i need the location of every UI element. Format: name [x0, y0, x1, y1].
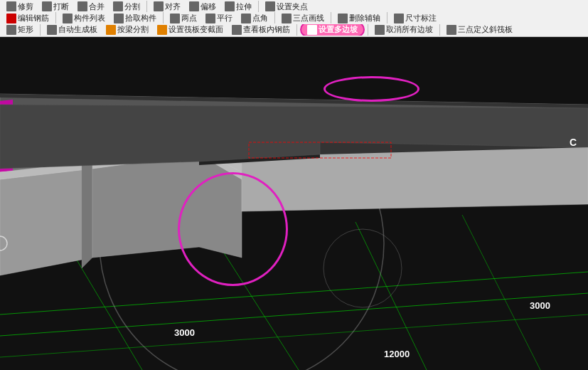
rect-icon	[6, 25, 16, 35]
separator-4	[163, 12, 164, 23]
pointangle-button[interactable]: 点角	[237, 12, 272, 23]
setslope-icon	[307, 25, 317, 35]
corner-label-c: C	[570, 137, 577, 148]
viewrebar-icon	[232, 25, 242, 35]
toolbar-row-2: 编辑钢筋 构件列表 拾取构件 两点 平行 点角 三点画线	[3, 12, 585, 23]
dim-label-3000-left: 3000	[174, 327, 195, 338]
merge-icon	[77, 1, 87, 11]
autoslab-button[interactable]: 自动生成板	[43, 24, 101, 36]
twopoint-button[interactable]: 两点	[166, 12, 201, 23]
separator-7	[387, 12, 387, 23]
splitbeam-icon	[106, 25, 116, 35]
setraft-icon	[157, 25, 167, 35]
delaux-icon	[338, 14, 348, 23]
setpoint-button[interactable]: 设置夹点	[262, 1, 311, 12]
offset-icon	[189, 1, 199, 11]
separator-1	[146, 1, 147, 12]
rect-button[interactable]: 矩形	[3, 24, 37, 36]
split-icon	[113, 1, 123, 11]
dimension-icon	[394, 14, 404, 23]
stretch-icon	[225, 1, 235, 11]
setpoint-icon	[265, 1, 275, 11]
separator-9	[296, 24, 297, 36]
toolbar-row-1: 修剪 打断 合并 分割 对齐 偏移 拉伸 设置夹点	[3, 1, 585, 12]
dim-label-3000-right: 3000	[530, 300, 550, 311]
3d-scene	[0, 37, 588, 370]
dim-label-12000: 12000	[384, 349, 410, 359]
editrebar-icon	[6, 14, 16, 23]
pickcomp-icon	[114, 14, 124, 23]
pointangle-icon	[241, 14, 251, 23]
viewrebar-button[interactable]: 查看板内钢筋	[228, 24, 294, 36]
editrebar-button[interactable]: 编辑钢筋	[3, 12, 53, 23]
twopoint-icon	[170, 14, 180, 23]
threept-button[interactable]: 三点画线	[278, 12, 328, 23]
threeraft-button[interactable]: 三点定义斜筏板	[443, 24, 516, 36]
delaux-button[interactable]: 删除辅轴	[334, 12, 384, 23]
trim-button[interactable]: 修剪	[3, 1, 37, 12]
align-button[interactable]: 对齐	[150, 1, 184, 12]
break-icon	[42, 1, 52, 11]
svg-marker-22	[82, 162, 92, 268]
complist-icon	[63, 14, 73, 23]
split-button[interactable]: 分割	[109, 1, 144, 12]
parallel-button[interactable]: 平行	[202, 12, 236, 23]
separator-5	[274, 12, 275, 23]
stretch-button[interactable]: 拉伸	[221, 1, 255, 12]
autoslab-icon	[47, 25, 57, 35]
separator-10	[368, 24, 368, 36]
merge-button[interactable]: 合并	[74, 1, 108, 12]
svg-marker-23	[92, 154, 242, 258]
parallel-icon	[205, 14, 215, 23]
splitbeam-button[interactable]: 按梁分割	[102, 24, 152, 36]
setraft-button[interactable]: 设置筏板变截面	[154, 24, 227, 36]
canvas-area[interactable]: 3000 3000 12000 C 3	[0, 37, 588, 370]
separator-2	[258, 1, 259, 12]
toolbar-row-3: 矩形 自动生成板 按梁分割 设置筏板变截面 查看板内钢筋 设置多边坡 取消所有边…	[3, 24, 585, 36]
threept-icon	[282, 14, 292, 23]
offset-button[interactable]: 偏移	[186, 1, 220, 12]
threeraft-icon	[447, 25, 456, 35]
separator-3	[55, 12, 56, 23]
svg-marker-20	[0, 169, 92, 275]
trim-icon	[6, 1, 16, 11]
complist-button[interactable]: 构件列表	[59, 12, 109, 23]
pickcomp-button[interactable]: 拾取构件	[110, 12, 160, 23]
separator-8	[40, 24, 41, 36]
dimension-button[interactable]: 尺寸标注	[390, 12, 440, 23]
cancelslope-icon	[375, 25, 385, 35]
toolbar: 修剪 打断 合并 分割 对齐 偏移 拉伸 设置夹点	[0, 0, 588, 37]
cancelslope-button[interactable]: 取消所有边坡	[371, 24, 437, 36]
separator-11	[439, 24, 440, 36]
separator-6	[331, 12, 331, 23]
setslope-button[interactable]: 设置多边坡	[300, 24, 365, 36]
align-icon	[154, 1, 164, 11]
break-button[interactable]: 打断	[38, 1, 73, 12]
